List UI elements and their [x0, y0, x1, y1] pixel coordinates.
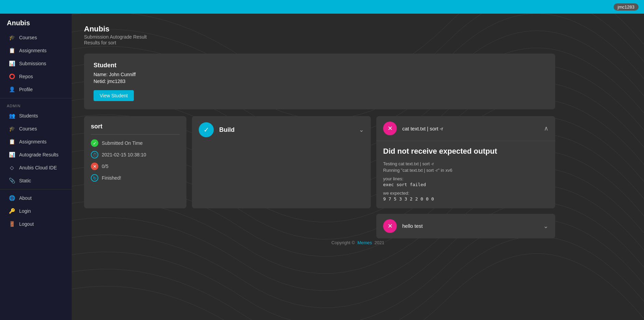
sidebar-item-students[interactable]: 👥 Students	[2, 110, 70, 122]
breadcrumb: Anubis Submission Autograde Result Resul…	[84, 25, 632, 45]
name-value-text: John Cunniff	[109, 72, 136, 77]
hello-test-card: ✕ hello test ⌄	[376, 214, 555, 238]
sidebar-item-profile[interactable]: 👤 Profile	[2, 83, 70, 96]
sidebar-item-admin-assignments[interactable]: 📋 Assignments	[2, 136, 70, 148]
results-grid: sort ✓ Submitted On Time ⏱ 2021-02-15 10…	[84, 116, 555, 238]
autograde-icon: 📊	[9, 152, 15, 158]
submitted-on-time-label: Submitted On Time	[102, 140, 143, 146]
sidebar-item-label: Static	[19, 178, 31, 183]
sidebar-item-label: Assignments	[19, 48, 46, 53]
test-body: Did not receive expected output Testing …	[376, 141, 555, 208]
finished-icon: ↻	[91, 174, 98, 182]
admin-courses-icon: 🎓	[9, 126, 15, 132]
login-icon: 🔑	[9, 208, 15, 214]
hello-test-header[interactable]: ✕ hello test ⌄	[376, 214, 555, 238]
sidebar-item-label: Login	[19, 208, 31, 214]
logout-icon: 🚪	[9, 221, 15, 227]
sort-finished-label: Finished!	[102, 175, 121, 181]
topbar: jmc1283	[0, 0, 644, 14]
hello-test-fail-icon: ✕	[383, 219, 397, 233]
sidebar-item-autograde[interactable]: 📊 Autograde Results	[2, 149, 70, 161]
sidebar-item-label: Courses	[19, 126, 37, 131]
sidebar-item-login[interactable]: 🔑 Login	[2, 205, 70, 217]
sort-score-item: ✕ 0/5	[91, 163, 180, 170]
sidebar-item-submissions[interactable]: 📊 Submissions	[2, 57, 70, 70]
student-netid-line: Netid: jmc1283	[94, 79, 546, 84]
hello-test-label: hello test	[402, 223, 538, 229]
app-name: Anubis	[84, 25, 632, 33]
sort-card: sort ✓ Submitted On Time ⏱ 2021-02-15 10…	[84, 116, 186, 208]
time-icon: ⏱	[91, 151, 98, 158]
test-card-label: cat text.txt | sort -r	[402, 126, 538, 131]
cloud-ide-icon: ◇	[9, 165, 15, 171]
test-chevron-icon[interactable]: ∧	[544, 125, 548, 132]
sidebar-item-label: Anubis Cloud IDE	[19, 165, 57, 170]
sidebar: Anubis 🎓 Courses 📋 Assignments 📊 Submiss…	[0, 14, 72, 320]
repos-icon: ⭕	[9, 73, 15, 80]
sidebar-item-cloud-ide[interactable]: ◇ Anubis Cloud IDE	[2, 162, 70, 174]
app-title: Anubis	[0, 14, 72, 31]
students-icon: 👥	[9, 113, 15, 119]
page-footer: Copyright © Memes 2021	[332, 240, 384, 245]
sidebar-item-label: Submissions	[19, 61, 46, 66]
sort-submitted-item: ✓ Submitted On Time	[91, 139, 180, 147]
submissions-icon: 📊	[9, 60, 15, 67]
sidebar-item-label: Assignments	[19, 139, 46, 144]
submitted-on-time-icon: ✓	[91, 139, 98, 147]
score-icon: ✕	[91, 163, 98, 170]
admin-assignments-icon: 📋	[9, 139, 15, 145]
sidebar-item-label: Courses	[19, 35, 37, 40]
sort-score-label: 0/5	[102, 164, 108, 169]
build-card: ✓ Build ⌄	[192, 116, 371, 208]
sidebar-item-label: Repos	[19, 74, 33, 79]
build-icon-circle: ✓	[199, 122, 214, 137]
test-card: ✕ cat text.txt | sort -r ∧ Did not recei…	[376, 116, 555, 208]
netid-label: Netid:	[94, 79, 106, 84]
your-lines-value: exec sort failed	[383, 182, 548, 187]
footer-year: 2021	[375, 240, 384, 245]
sidebar-item-repos[interactable]: ⭕ Repos	[2, 70, 70, 83]
main-content: Anubis Submission Autograde Result Resul…	[72, 14, 644, 320]
assignments-icon: 📋	[9, 47, 15, 54]
error-title: Did not receive expected output	[383, 147, 548, 156]
sort-time-label: 2021-02-15 10:38:10	[102, 152, 146, 157]
sidebar-item-about[interactable]: 🌐 About	[2, 192, 70, 204]
sidebar-item-assignments[interactable]: 📋 Assignments	[2, 44, 70, 57]
admin-section-label: Admin	[0, 100, 72, 109]
build-header[interactable]: ✓ Build ⌄	[192, 116, 371, 143]
profile-icon: 👤	[9, 86, 15, 93]
footer-link[interactable]: Memes	[358, 240, 372, 245]
test-header[interactable]: ✕ cat text.txt | sort -r ∧	[376, 116, 555, 141]
sidebar-item-logout[interactable]: 🚪 Logout	[2, 218, 70, 230]
sidebar-item-label: Autograde Results	[19, 152, 58, 157]
sidebar-item-admin-courses[interactable]: 🎓 Courses	[2, 123, 70, 135]
sidebar-item-label: Students	[19, 113, 38, 119]
sort-time-item: ⏱ 2021-02-15 10:38:10	[91, 151, 180, 158]
test-info-line2: Running "cat text.txt | sort -r" in xv6	[383, 168, 548, 173]
sort-finished-item: ↻ Finished!	[91, 174, 180, 182]
we-expected-value: 9 7 5 3 3 2 2 0 0 0	[383, 196, 548, 201]
student-card-title: Student	[94, 62, 546, 69]
your-lines-label: your lines:	[383, 176, 548, 181]
sidebar-item-label: Profile	[19, 87, 33, 92]
test-info-line1: Testing cat text.txt | sort -r	[383, 161, 548, 166]
static-icon: 📎	[9, 178, 15, 184]
about-icon: 🌐	[9, 195, 15, 201]
we-expected-label: we expected:	[383, 191, 548, 196]
courses-icon: 🎓	[9, 34, 15, 41]
sidebar-item-static[interactable]: 📎 Static	[2, 175, 70, 187]
sort-card-title: sort	[91, 123, 180, 135]
breadcrumb-sub1: Submission Autograde Result	[84, 34, 632, 40]
student-card: Student Name: John Cunniff Netid: jmc128…	[84, 54, 555, 109]
user-badge: jmc1283	[614, 3, 639, 11]
sidebar-item-label: Logout	[19, 221, 34, 227]
netid-value-text: jmc1283	[107, 79, 125, 84]
footer-copyright: Copyright ©	[332, 240, 355, 245]
student-name-line: Name: John Cunniff	[94, 72, 546, 77]
hello-chevron-icon[interactable]: ⌄	[543, 222, 548, 230]
sidebar-item-label: About	[19, 195, 32, 201]
view-student-button[interactable]: View Student	[94, 90, 134, 101]
build-chevron-icon[interactable]: ⌄	[359, 126, 364, 134]
build-label: Build	[219, 126, 353, 134]
sidebar-item-courses[interactable]: 🎓 Courses	[2, 31, 70, 44]
